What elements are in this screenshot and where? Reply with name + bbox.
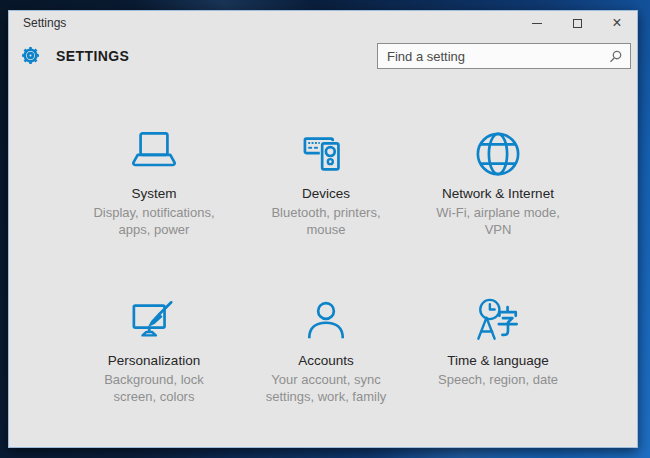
search-input[interactable] <box>378 49 609 64</box>
magnifier-icon <box>609 50 622 63</box>
tile-title: Network & Internet <box>442 186 554 201</box>
tile-time-language[interactable]: Time & language Speech, region, date <box>412 298 584 405</box>
maximize-button[interactable] <box>557 11 597 35</box>
tile-title: Personalization <box>108 353 200 368</box>
tile-personalization[interactable]: Personalization Background, lock screen,… <box>68 298 240 405</box>
tile-subtitle: Wi-Fi, airplane mode, VPN <box>426 204 571 238</box>
search-box[interactable] <box>377 43 631 69</box>
keyboard-speaker-icon <box>303 131 349 177</box>
globe-icon <box>475 131 521 177</box>
settings-tile-grid: System Display, notifications, apps, pow… <box>68 131 584 405</box>
minimize-icon <box>532 23 542 24</box>
monitor-brush-icon <box>131 298 177 344</box>
desktop-background: Settings × <box>0 0 650 458</box>
window-title: Settings <box>9 16 66 30</box>
person-icon <box>303 298 349 344</box>
page-title: SETTINGS <box>56 48 129 64</box>
tile-subtitle: Your account, sync settings, work, famil… <box>254 371 399 405</box>
window-controls: × <box>517 11 637 35</box>
tile-title: System <box>131 186 176 201</box>
tile-subtitle: Display, notifications, apps, power <box>82 204 227 238</box>
tile-system[interactable]: System Display, notifications, apps, pow… <box>68 131 240 238</box>
close-button[interactable]: × <box>597 11 637 35</box>
tile-devices[interactable]: Devices Bluetooth, printers, mouse <box>240 131 412 238</box>
tile-subtitle: Background, lock screen, colors <box>82 371 227 405</box>
close-icon: × <box>612 15 621 31</box>
gear-icon <box>21 46 40 65</box>
tile-subtitle: Speech, region, date <box>438 371 558 388</box>
tile-title: Time & language <box>447 353 549 368</box>
tile-accounts[interactable]: Accounts Your account, sync settings, wo… <box>240 298 412 405</box>
titlebar: Settings × <box>9 11 637 35</box>
tile-title: Accounts <box>298 353 354 368</box>
settings-window: Settings × <box>8 10 638 448</box>
maximize-icon <box>573 19 582 28</box>
app-header: SETTINGS <box>9 35 637 85</box>
clock-language-icon <box>475 298 521 344</box>
laptop-icon <box>131 131 177 177</box>
minimize-button[interactable] <box>517 11 557 35</box>
tile-network-internet[interactable]: Network & Internet Wi-Fi, airplane mode,… <box>412 131 584 238</box>
tile-title: Devices <box>302 186 350 201</box>
tile-subtitle: Bluetooth, printers, mouse <box>254 204 399 238</box>
